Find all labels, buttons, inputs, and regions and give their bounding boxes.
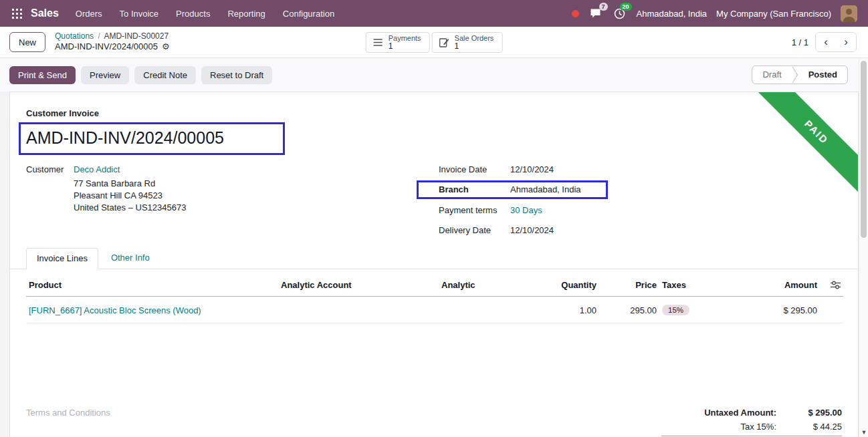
activities-badge: 20 xyxy=(620,3,632,11)
delivery-date-label: Delivery Date xyxy=(439,225,510,235)
customer-label: Customer xyxy=(26,164,74,174)
amount-cell: $ 295.00 xyxy=(723,297,820,323)
status-posted[interactable]: Posted xyxy=(798,66,847,84)
breadcrumb-separator: / xyxy=(98,31,100,41)
nav-menu-item-configuration[interactable]: Configuration xyxy=(276,5,342,23)
branch-value: Ahmadabad, India xyxy=(510,184,581,194)
chevron-right-icon: › xyxy=(844,35,848,49)
customer-address-line: United States – US12345673 xyxy=(74,202,186,214)
customer-address-line: 77 Santa Barbara Rd xyxy=(74,178,186,190)
column-header-taxes[interactable]: Taxes xyxy=(659,269,723,297)
stat-buttons: Payments 1 Sale Orders 1 xyxy=(366,32,503,53)
scrollbar[interactable]: ▼ xyxy=(859,58,868,437)
taxes-badge: 15% xyxy=(662,305,689,315)
form-action-bar: Print & Send Preview Credit Note Reset t… xyxy=(0,58,868,92)
apps-menu-icon[interactable] xyxy=(8,5,25,22)
optional-columns-icon[interactable] xyxy=(823,281,841,289)
reset-to-draft-button[interactable]: Reset to Draft xyxy=(201,66,272,84)
invoice-line-row[interactable]: [FURN_6667] Acoustic Bloc Screens (Wood)… xyxy=(26,297,843,323)
customer-address: 77 Santa Barbara Rd Pleasant Hill CA 945… xyxy=(74,178,186,214)
analytic-account-cell xyxy=(278,297,439,323)
invoice-lines-table: Product Analytic Account Analytic Quanti… xyxy=(26,269,843,323)
field-invoice-date: Invoice Date 12/10/2024 xyxy=(439,164,842,174)
field-payment-terms: Payment terms 30 Days xyxy=(439,205,842,215)
doc-type-label: Customer Invoice xyxy=(26,108,842,118)
scrollbar-thumb[interactable] xyxy=(861,61,867,238)
invoice-sheet: PAID Customer Invoice AMD-IND-INV/2024/0… xyxy=(9,92,859,437)
tab-invoice-lines[interactable]: Invoice Lines xyxy=(26,248,98,269)
scrollbar-down-arrow-icon[interactable]: ▼ xyxy=(859,429,868,436)
empty-lines-area xyxy=(26,323,842,398)
column-header-price[interactable]: Price xyxy=(599,269,659,297)
messages-badge: 7 xyxy=(599,3,608,11)
untaxed-amount-row: Untaxed Amount: $ 295.00 xyxy=(661,408,842,418)
pager-next-button[interactable]: › xyxy=(836,33,856,51)
branch-label: Branch xyxy=(439,184,510,194)
field-delivery-date: Delivery Date 12/10/2024 xyxy=(439,225,842,235)
statusbar: Draft Posted xyxy=(752,65,848,84)
title-annotation-box: AMD-IND-INV/2024/00005 xyxy=(19,122,285,155)
column-header-analytic-account[interactable]: Analytic Account xyxy=(278,269,439,297)
messages-icon[interactable]: 7 xyxy=(588,7,603,20)
payments-stat-button[interactable]: Payments 1 xyxy=(366,32,430,53)
customer-name-link[interactable]: Deco Addict xyxy=(74,164,120,174)
settings-gear-icon[interactable]: ⚙ xyxy=(162,42,170,52)
sale-orders-stat-count: 1 xyxy=(455,42,459,51)
payments-stat-label: Payments xyxy=(389,34,421,42)
totals-separator xyxy=(661,436,842,436)
status-draft[interactable]: Draft xyxy=(752,66,791,84)
pager-previous-button[interactable]: ‹ xyxy=(816,33,836,51)
notebook-tabs: Invoice Lines Other Info xyxy=(10,248,858,269)
tax-row: Tax 15%: $ 44.25 xyxy=(661,422,842,432)
chevron-left-icon: ‹ xyxy=(824,35,828,49)
list-icon xyxy=(373,38,383,47)
nav-menu-item-reporting[interactable]: Reporting xyxy=(220,5,272,23)
payment-terms-label: Payment terms xyxy=(439,205,510,215)
activities-icon[interactable]: 20 xyxy=(613,7,627,20)
column-header-product[interactable]: Product xyxy=(26,269,278,297)
analytic-cell xyxy=(439,297,532,323)
print-and-send-button[interactable]: Print & Send xyxy=(9,66,76,84)
quantity-cell: 1.00 xyxy=(532,297,599,323)
tab-other-info[interactable]: Other Info xyxy=(101,248,160,269)
payments-stat-count: 1 xyxy=(389,42,393,51)
untaxed-amount-label: Untaxed Amount: xyxy=(704,408,776,418)
payment-terms-link[interactable]: 30 Days xyxy=(510,205,542,215)
preview-button[interactable]: Preview xyxy=(81,66,129,84)
navbar-branch-selector[interactable]: Ahmadabad, India xyxy=(637,9,708,19)
table-header-row: Product Analytic Account Analytic Quanti… xyxy=(26,269,843,297)
navbar-company-selector[interactable]: My Company (San Francisco) xyxy=(716,9,831,19)
column-header-quantity[interactable]: Quantity xyxy=(532,269,599,297)
nav-menu-item-to-invoice[interactable]: To Invoice xyxy=(112,5,167,23)
breadcrumb-item-parent[interactable]: AMD-IND-S00027 xyxy=(104,31,169,41)
breadcrumb-current: AMD-IND-INV/2024/00005 xyxy=(55,42,158,52)
sale-orders-stat-button[interactable]: Sale Orders 1 xyxy=(432,32,503,53)
price-cell: 295.00 xyxy=(599,297,659,323)
new-button[interactable]: New xyxy=(9,32,45,52)
column-header-amount[interactable]: Amount xyxy=(723,269,820,297)
tax-value: $ 44.25 xyxy=(776,422,842,432)
pager-count: 1 / 1 xyxy=(792,37,808,47)
sheet-footer: Terms and Conditions Untaxed Amount: $ 2… xyxy=(26,398,842,437)
invoice-date-value: 12/10/2024 xyxy=(510,164,554,174)
delivery-date-value: 12/10/2024 xyxy=(510,225,554,235)
credit-note-button[interactable]: Credit Note xyxy=(134,66,196,84)
nav-menu-item-orders[interactable]: Orders xyxy=(68,5,110,23)
terms-and-conditions-placeholder[interactable]: Terms and Conditions xyxy=(26,408,110,437)
pager: 1 / 1 ‹ › xyxy=(792,32,857,52)
customer-address-line: Pleasant Hill CA 94523 xyxy=(74,190,186,202)
app-brand[interactable]: Sales xyxy=(31,7,59,19)
nav-menu-item-products[interactable]: Products xyxy=(169,5,217,23)
user-avatar[interactable] xyxy=(841,5,857,22)
untaxed-amount-value: $ 295.00 xyxy=(776,408,842,418)
tax-label: Tax 15%: xyxy=(741,422,776,432)
field-customer: Customer Deco Addict 77 Santa Barbara Rd… xyxy=(26,164,439,214)
invoice-date-label: Invoice Date xyxy=(439,164,510,174)
branch-annotation-box: Branch Ahmadabad, India xyxy=(417,180,608,199)
recording-indicator-icon xyxy=(572,10,579,17)
status-arrow-icon xyxy=(792,66,798,84)
totals-block: Untaxed Amount: $ 295.00 Tax 15%: $ 44.2… xyxy=(661,408,842,437)
product-link[interactable]: [FURN_6667] Acoustic Bloc Screens (Wood) xyxy=(29,305,201,315)
breadcrumb-link-quotations[interactable]: Quotations xyxy=(55,31,94,41)
column-header-analytic[interactable]: Analytic xyxy=(439,269,532,297)
